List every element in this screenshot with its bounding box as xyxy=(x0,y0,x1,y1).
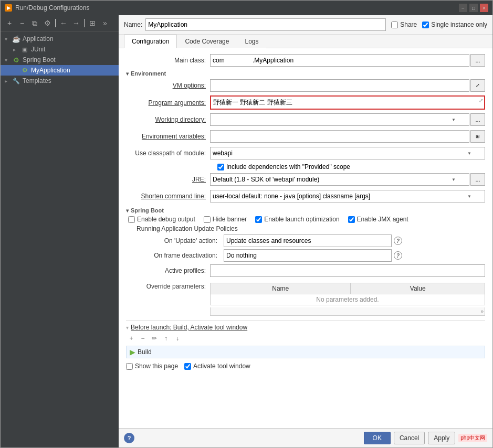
run-debug-dialog: ▶ Run/Debug Configurations − □ × + − ⧉ ⚙… xyxy=(0,0,493,448)
sidebar-item-junit[interactable]: ▸ ▣ JUnit xyxy=(1,44,119,55)
include-deps-checkbox[interactable] xyxy=(217,164,224,170)
ok-button[interactable]: OK xyxy=(364,432,391,444)
forward-button[interactable]: → xyxy=(70,17,82,29)
tab-code-coverage[interactable]: Code Coverage xyxy=(177,35,237,48)
tab-logs[interactable]: Logs xyxy=(237,35,266,48)
working-directory-row: Working directory: ... xyxy=(126,113,485,126)
back-button[interactable]: ← xyxy=(58,17,69,29)
cancel-button[interactable]: Cancel xyxy=(394,432,425,444)
shorten-cmd-select[interactable]: user-local default: none - java [options… xyxy=(210,190,485,202)
before-launch-label: Before launch: Build, Activate tool wind… xyxy=(131,324,247,331)
program-arguments-row: Program arguments: 野猿新一 野猿新二 野猿新三 ⤢ xyxy=(126,95,485,110)
enable-debug-checkbox[interactable] xyxy=(128,216,135,223)
share-checkbox[interactable] xyxy=(391,22,398,28)
environment-variables-row: Environment variables: ⊞ xyxy=(126,130,485,143)
separator xyxy=(55,19,56,27)
environment-section-header: ▾ Environment xyxy=(126,70,485,77)
before-launch-toolbar: + − ✏ ↑ ↓ xyxy=(126,333,485,344)
vm-options-expand-button[interactable]: ⤢ xyxy=(470,79,485,92)
single-instance-checkbox[interactable] xyxy=(422,22,429,28)
sidebar-item-label: JUnit xyxy=(31,46,45,53)
on-frame-help-icon[interactable]: ? xyxy=(394,251,402,260)
sidebar-item-label: Spring Boot xyxy=(23,56,56,63)
close-button[interactable]: × xyxy=(480,4,488,12)
enable-jmx-checkbox[interactable] xyxy=(348,216,355,223)
vm-options-input[interactable] xyxy=(210,79,469,92)
templates-icon: 🔧 xyxy=(12,77,20,85)
before-launch-build-item[interactable]: ▶ Build xyxy=(126,346,485,358)
bottom-left: ? xyxy=(124,433,134,443)
activate-tool-window-checkbox[interactable] xyxy=(184,363,191,370)
name-label: Name: xyxy=(124,21,142,28)
on-update-help-icon[interactable]: ? xyxy=(394,237,402,245)
single-instance-section: Single instance only xyxy=(422,21,487,28)
junit-icon: ▣ xyxy=(20,45,29,54)
main-class-browse-button[interactable]: ... xyxy=(470,54,485,67)
before-launch-edit-button[interactable]: ✏ xyxy=(149,333,160,344)
on-update-select[interactable]: Update classes and resources Do nothing … xyxy=(224,234,392,247)
program-arguments-box[interactable]: 野猿新一 野猿新二 野猿新三 ⤢ xyxy=(210,95,485,110)
before-launch-remove-button[interactable]: − xyxy=(138,333,148,344)
no-params-text: No parameters added. xyxy=(211,294,485,305)
override-parameters-control: Name Value No parameters added. xyxy=(210,281,485,316)
sidebar-item-label: Application xyxy=(23,35,54,42)
active-profiles-input[interactable] xyxy=(210,264,485,277)
shorten-cmd-label: Shorten command line: xyxy=(126,193,210,200)
templates-expand-arrow: ▸ xyxy=(5,78,11,84)
working-directory-browse-button[interactable]: ... xyxy=(470,113,485,126)
junit-expand-arrow: ▸ xyxy=(13,47,19,52)
vm-options-row: VM options: ⤢ xyxy=(126,79,485,92)
table-value-header: Value xyxy=(351,283,485,294)
before-launch-up-button[interactable]: ↑ xyxy=(161,333,171,344)
more-button[interactable]: » xyxy=(99,17,111,29)
shorten-cmd-row: Shorten command line: user-local default… xyxy=(126,189,485,203)
before-launch-header: ▾ Before launch: Build, Activate tool wi… xyxy=(126,324,485,331)
hide-banner-checkbox[interactable] xyxy=(204,216,211,223)
jre-row: JRE: Default (1.8 - SDK of 'webapi' modu… xyxy=(126,173,485,186)
sort-button[interactable]: ⊞ xyxy=(87,17,98,29)
spring-boot-section: ▾ Spring Boot Enable debug output Hide b… xyxy=(126,207,485,262)
share-section: Share xyxy=(391,21,417,28)
show-this-page-checkbox[interactable] xyxy=(126,363,133,370)
name-input[interactable] xyxy=(145,18,386,31)
maximize-button[interactable]: □ xyxy=(469,4,478,12)
main-class-control: ... xyxy=(210,54,485,67)
copy-config-button[interactable]: ⧉ xyxy=(29,17,40,29)
content-area: + − ⧉ ⚙ ← → ⊞ » ▾ ☕ Application xyxy=(1,15,492,447)
sidebar-item-templates[interactable]: ▸ 🔧 Templates xyxy=(1,76,119,86)
settings-button[interactable]: ⚙ xyxy=(41,17,53,29)
build-label: Build xyxy=(138,348,152,356)
vm-options-label: VM options: xyxy=(126,82,210,89)
enable-launch-checkbox[interactable] xyxy=(255,216,262,223)
tab-configuration[interactable]: Configuration xyxy=(124,35,177,48)
hide-banner-label: Hide banner xyxy=(204,216,247,223)
remove-config-button[interactable]: − xyxy=(16,17,28,29)
jre-browse-button[interactable]: ... xyxy=(470,173,485,186)
jre-select[interactable]: Default (1.8 - SDK of 'webapi' module) xyxy=(210,173,469,186)
sidebar-item-spring-boot[interactable]: ▾ ⚙ Spring Boot xyxy=(1,55,119,65)
classpath-select[interactable]: webapi xyxy=(210,147,485,159)
sidebar-item-application[interactable]: ▾ ☕ Application xyxy=(1,34,119,44)
collapse-arrow: ▾ xyxy=(126,71,129,77)
help-button[interactable]: ? xyxy=(124,433,134,443)
include-deps-label: Include dependencies with "Provided" sco… xyxy=(226,163,350,170)
sidebar-item-myapplication[interactable]: ⚙ MyApplication xyxy=(1,65,119,76)
working-directory-select[interactable] xyxy=(210,113,469,126)
add-config-button[interactable]: + xyxy=(4,17,15,29)
bottom-right: OK Cancel Apply php中文网 xyxy=(364,432,487,444)
main-class-input[interactable] xyxy=(210,54,469,67)
enable-launch-label: Enable launch optimization xyxy=(255,216,339,223)
environment-variables-input[interactable] xyxy=(210,130,469,143)
watermark: php中文网 xyxy=(458,434,487,442)
on-frame-select-wrapper: Do nothing Update classes and resources … xyxy=(224,249,392,262)
spring-boot-icon: ⚙ xyxy=(12,56,20,64)
working-directory-control: ... xyxy=(210,113,485,126)
apply-button[interactable]: Apply xyxy=(428,432,455,444)
before-launch-add-button[interactable]: + xyxy=(126,333,137,344)
minimize-button[interactable]: − xyxy=(459,4,467,12)
on-frame-select[interactable]: Do nothing Update classes and resources … xyxy=(224,249,392,262)
before-launch-down-button[interactable]: ↓ xyxy=(172,333,183,344)
vm-options-control: ⤢ xyxy=(210,79,485,92)
include-deps-row: Include dependencies with "Provided" sco… xyxy=(126,163,485,170)
environment-variables-browse-button[interactable]: ⊞ xyxy=(470,130,485,143)
